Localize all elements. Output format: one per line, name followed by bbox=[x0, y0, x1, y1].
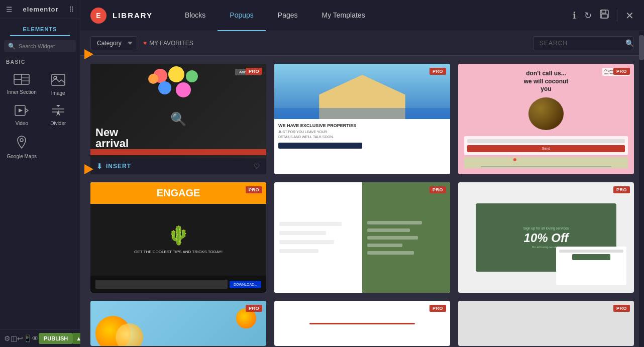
divider-icon bbox=[51, 105, 65, 119]
svg-marker-11 bbox=[56, 110, 60, 116]
favorite-icon-1[interactable]: ♡ bbox=[254, 162, 260, 170]
favorites-button[interactable]: ♥ MY FAVORITES bbox=[143, 40, 193, 47]
info-icon[interactable]: ℹ bbox=[573, 10, 576, 21]
inner-section-label: Inner Section bbox=[7, 89, 37, 95]
template-grid-container: Announce Newarrival 🔍 PRO bbox=[80, 56, 644, 347]
map-area bbox=[464, 157, 628, 168]
promo-text: Newarrival bbox=[95, 127, 201, 149]
settings-icon[interactable]: ⚙ bbox=[4, 334, 11, 342]
responsive-icon[interactable]: 📱 bbox=[23, 334, 32, 342]
divider-label: Divider bbox=[50, 121, 66, 126]
real-estate-title: WE HAVE EXCLUSIVE PROPERTIES bbox=[278, 123, 446, 128]
real-estate-text: JUST FOR YOU LEAVE YOURDETAILS AND WE'LL… bbox=[278, 130, 446, 140]
template-card-5[interactable]: PRO bbox=[274, 182, 450, 293]
sidebar-header: ☰ elementor ⠿ bbox=[0, 0, 80, 19]
coconut-image bbox=[528, 97, 564, 130]
insert-button[interactable]: ⬇ INSERT bbox=[96, 162, 131, 170]
tab-popups[interactable]: Popups bbox=[218, 1, 265, 31]
tab-pages[interactable]: Pages bbox=[266, 1, 310, 31]
library-header: E LIBRARY Blocks Popups Pages My Templat… bbox=[80, 0, 644, 31]
widget-inner-section[interactable]: Inner Section bbox=[4, 69, 40, 99]
submit-btn-mock bbox=[572, 254, 611, 260]
tab-blocks[interactable]: Blocks bbox=[173, 1, 218, 31]
library-search-input[interactable] bbox=[533, 36, 633, 50]
discount-white-card bbox=[556, 247, 626, 285]
download-icon: ⬇ bbox=[96, 162, 103, 170]
widget-video[interactable]: Video bbox=[4, 100, 40, 129]
discount-text: 10% Off bbox=[524, 232, 569, 244]
image-icon bbox=[51, 74, 65, 88]
search-widget-icon: 🔍 bbox=[8, 43, 16, 50]
pro-badge-7: PRO bbox=[246, 305, 262, 312]
header-divider bbox=[617, 10, 617, 22]
widget-grid: Inner Section Image Video bbox=[0, 67, 80, 164]
white-card-content bbox=[274, 301, 450, 346]
pro-badge-5: PRO bbox=[430, 186, 446, 193]
search-widget-container[interactable]: 🔍 bbox=[4, 40, 76, 52]
library-toolbar: Category ♥ MY FAVORITES 🔍 bbox=[80, 31, 644, 56]
magnifier-icon: 🔍 bbox=[170, 111, 186, 127]
publish-button[interactable]: PUBLISH bbox=[39, 333, 73, 344]
library-tabs: Blocks Popups Pages My Templates bbox=[173, 0, 573, 31]
coconut-headline: don't call us...we will coconutyou bbox=[524, 70, 569, 93]
close-x: ✕ bbox=[247, 186, 251, 192]
template-card-6[interactable]: Sign up for all loving services 10% Off … bbox=[458, 182, 634, 293]
insert-bar: ⬇ INSERT ♡ bbox=[90, 158, 266, 174]
pro-badge-8: PRO bbox=[430, 305, 446, 312]
widget-image[interactable]: Image bbox=[41, 69, 76, 99]
main-content: E LIBRARY Blocks Popups Pages My Templat… bbox=[80, 0, 644, 347]
template-card-9[interactable]: PRO bbox=[458, 301, 634, 346]
template-card-1[interactable]: Announce Newarrival 🔍 PRO bbox=[90, 64, 266, 174]
engage-title: ENGAGE bbox=[90, 182, 266, 204]
library-header-actions: ℹ ↻ ✕ bbox=[573, 10, 634, 22]
template-card-2[interactable]: WE HAVE EXCLUSIVE PROPERTIES JUST FOR YO… bbox=[274, 64, 450, 174]
menu-right bbox=[362, 182, 450, 293]
category-select[interactable]: Category bbox=[90, 36, 137, 50]
svg-rect-17 bbox=[601, 14, 607, 18]
eye-icon[interactable]: 👁 bbox=[32, 334, 39, 342]
menu-left bbox=[274, 182, 362, 293]
tab-my-templates[interactable]: My Templates bbox=[310, 1, 377, 31]
svg-marker-9 bbox=[19, 108, 23, 112]
svg-rect-16 bbox=[602, 10, 606, 13]
close-button[interactable]: ✕ bbox=[625, 10, 634, 22]
history-icon[interactable]: ↩ bbox=[17, 334, 23, 342]
heart-icon: ♥ bbox=[143, 40, 147, 47]
scrollbar-thumb[interactable] bbox=[639, 35, 644, 60]
template-card-8[interactable]: PRO bbox=[274, 301, 450, 346]
sidebar-footer: ⚙ ◫ ↩ 📱 👁 PUBLISH ▲ bbox=[0, 329, 80, 347]
video-icon bbox=[15, 105, 29, 119]
library-search-button[interactable]: 🔍 bbox=[625, 39, 634, 47]
basic-section-label: BASIC bbox=[0, 56, 80, 67]
layers-icon[interactable]: ◫ bbox=[11, 334, 17, 342]
elements-tab[interactable]: ELEMENTS bbox=[10, 22, 70, 36]
template-card-7[interactable]: PRO bbox=[90, 301, 266, 346]
inner-section-icon bbox=[14, 74, 30, 87]
template-card-3[interactable]: Organic & naturalmarket store don't call… bbox=[458, 64, 634, 174]
coconut-form: Send bbox=[464, 136, 628, 155]
elementor-logo: elementor bbox=[23, 6, 58, 13]
hand-cactus-icon: 🌵 bbox=[167, 225, 190, 246]
library-modal: E LIBRARY Blocks Popups Pages My Templat… bbox=[80, 0, 644, 347]
library-title: LIBRARY bbox=[113, 11, 153, 20]
signup-text: Sign up for all loving services bbox=[523, 226, 569, 230]
svg-marker-8 bbox=[25, 108, 28, 112]
sidebar: ☰ elementor ⠿ ELEMENTS 🔍 BASIC Inner Sec… bbox=[0, 0, 80, 347]
search-input[interactable] bbox=[19, 43, 72, 49]
engage-subtext: GET THE COOLEST TIPS AND TRICKS TODAY! bbox=[134, 249, 223, 255]
google-maps-label: Google Maps bbox=[7, 154, 37, 159]
template-grid: Announce Newarrival 🔍 PRO bbox=[90, 64, 634, 346]
scrollbar-track[interactable] bbox=[639, 31, 644, 347]
save-template-icon[interactable] bbox=[600, 10, 609, 21]
pro-badge-9: PRO bbox=[613, 305, 630, 312]
template-card-4[interactable]: ✕ ENGAGE 🌵 GET THE COOLEST TIPS AND TRIC… bbox=[90, 182, 266, 293]
svg-point-14 bbox=[20, 139, 23, 142]
hamburger-icon[interactable]: ☰ bbox=[6, 6, 13, 14]
widget-divider[interactable]: Divider bbox=[41, 100, 76, 129]
gray-content bbox=[458, 301, 634, 346]
svg-marker-12 bbox=[56, 105, 60, 107]
grid-icon[interactable]: ⠿ bbox=[69, 6, 74, 14]
engage-form: DOWNLOAD... bbox=[90, 276, 266, 293]
refresh-icon[interactable]: ↻ bbox=[584, 10, 592, 21]
widget-google-maps[interactable]: Google Maps bbox=[4, 130, 40, 162]
